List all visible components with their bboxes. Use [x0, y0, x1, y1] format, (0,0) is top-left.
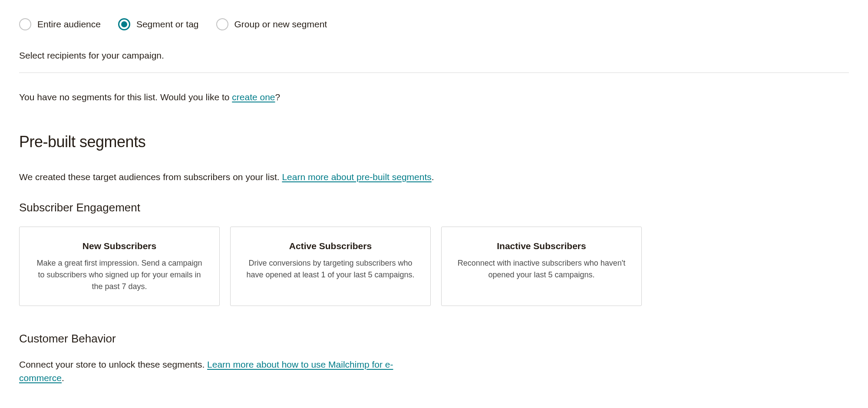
subscriber-engagement-title: Subscriber Engagement: [19, 199, 849, 216]
segment-card-inactive-subscribers[interactable]: Inactive Subscribers Reconnect with inac…: [441, 227, 642, 306]
behavior-desc-suffix: .: [62, 373, 64, 383]
customer-behavior-desc: Connect your store to unlock these segme…: [19, 358, 410, 385]
create-one-link[interactable]: create one: [232, 92, 275, 102]
audience-radio-group: Entire audience Segment or tag Group or …: [19, 17, 849, 31]
radio-label-group: Group or new segment: [234, 17, 327, 31]
engagement-cards-row: New Subscribers Make a great first impre…: [19, 227, 849, 306]
radio-circle-icon: [19, 18, 31, 30]
no-segments-prefix: You have no segments for this list. Woul…: [19, 92, 232, 102]
radio-group-or-new-segment[interactable]: Group or new segment: [216, 17, 327, 31]
prebuilt-desc-suffix: .: [432, 172, 434, 182]
divider: [19, 72, 849, 73]
card-title: New Subscribers: [33, 239, 205, 253]
radio-circle-icon: [216, 18, 228, 30]
select-recipients-helper: Select recipients for your campaign.: [19, 49, 849, 63]
card-title: Inactive Subscribers: [455, 239, 627, 253]
card-title: Active Subscribers: [244, 239, 416, 253]
learn-more-prebuilt-link[interactable]: Learn more about pre-built segments: [282, 172, 431, 182]
prebuilt-desc-prefix: We created these target audiences from s…: [19, 172, 282, 182]
segment-card-active-subscribers[interactable]: Active Subscribers Drive conversions by …: [230, 227, 431, 306]
radio-circle-selected-icon: [118, 18, 130, 30]
card-desc: Reconnect with inactive subscribers who …: [455, 257, 627, 281]
prebuilt-segments-title: Pre-built segments: [19, 130, 849, 154]
segment-card-new-subscribers[interactable]: New Subscribers Make a great first impre…: [19, 227, 220, 306]
radio-entire-audience[interactable]: Entire audience: [19, 17, 101, 31]
customer-behavior-title: Customer Behavior: [19, 330, 849, 347]
card-desc: Drive conversions by targeting subscribe…: [244, 257, 416, 281]
radio-inner-dot-icon: [121, 21, 127, 27]
no-segments-suffix: ?: [275, 92, 281, 102]
card-desc: Make a great first impression. Send a ca…: [33, 257, 205, 293]
radio-label-segment: Segment or tag: [136, 17, 199, 31]
behavior-desc-prefix: Connect your store to unlock these segme…: [19, 359, 207, 369]
radio-segment-or-tag[interactable]: Segment or tag: [118, 17, 199, 31]
radio-label-entire: Entire audience: [37, 17, 101, 31]
no-segments-message: You have no segments for this list. Woul…: [19, 90, 849, 104]
prebuilt-segments-desc: We created these target audiences from s…: [19, 170, 849, 184]
